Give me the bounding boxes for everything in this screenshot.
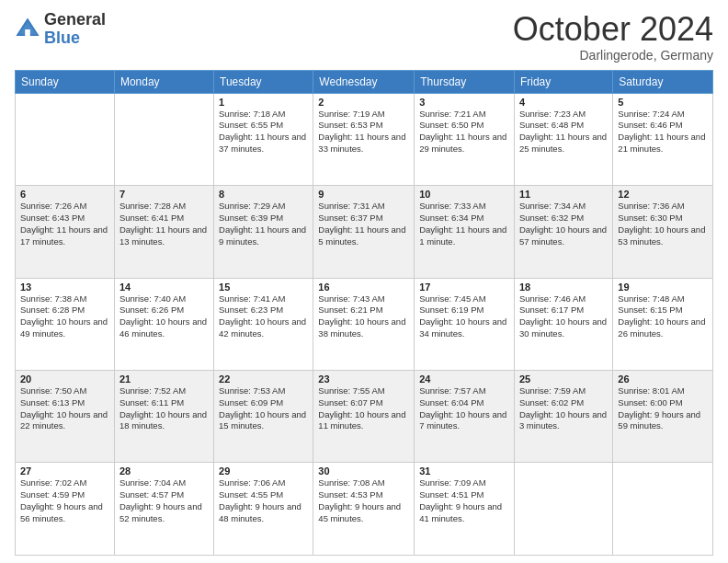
day-detail: Sunrise: 7:31 AM Sunset: 6:37 PM Dayligh… — [318, 201, 409, 247]
calendar-cell: 11Sunrise: 7:34 AM Sunset: 6:32 PM Dayli… — [514, 186, 612, 278]
day-number: 17 — [419, 282, 509, 293]
day-number: 7 — [119, 189, 209, 200]
calendar-cell: 1Sunrise: 7:18 AM Sunset: 6:55 PM Daylig… — [214, 93, 313, 185]
location: Darlingerode, Germany — [513, 48, 713, 63]
day-detail: Sunrise: 7:43 AM Sunset: 6:21 PM Dayligh… — [318, 293, 409, 340]
day-detail: Sunrise: 7:59 AM Sunset: 6:02 PM Dayligh… — [519, 385, 608, 432]
day-detail: Sunrise: 7:06 AM Sunset: 4:55 PM Dayligh… — [219, 477, 308, 524]
day-number: 9 — [318, 189, 409, 200]
day-detail: Sunrise: 7:40 AM Sunset: 6:26 PM Dayligh… — [119, 293, 209, 340]
day-number: 11 — [519, 189, 608, 200]
calendar-cell: 3Sunrise: 7:21 AM Sunset: 6:50 PM Daylig… — [415, 93, 515, 185]
day-detail: Sunrise: 7:29 AM Sunset: 6:39 PM Dayligh… — [219, 201, 308, 247]
header-row: Sunday Monday Tuesday Wednesday Thursday… — [16, 70, 713, 93]
day-detail: Sunrise: 7:48 AM Sunset: 6:15 PM Dayligh… — [618, 293, 708, 340]
calendar-cell: 4Sunrise: 7:23 AM Sunset: 6:48 PM Daylig… — [514, 93, 612, 185]
calendar-cell: 7Sunrise: 7:28 AM Sunset: 6:41 PM Daylig… — [114, 186, 213, 278]
day-number: 20 — [20, 373, 109, 385]
calendar-cell: 5Sunrise: 7:24 AM Sunset: 6:46 PM Daylig… — [613, 93, 713, 185]
calendar-week-4: 20Sunrise: 7:50 AM Sunset: 6:13 PM Dayli… — [16, 371, 713, 463]
day-number: 3 — [419, 97, 509, 108]
logo-icon — [15, 17, 40, 42]
col-tuesday: Tuesday — [214, 70, 313, 93]
calendar-cell: 12Sunrise: 7:36 AM Sunset: 6:30 PM Dayli… — [613, 186, 713, 278]
calendar-cell: 18Sunrise: 7:46 AM Sunset: 6:17 PM Dayli… — [514, 278, 612, 370]
day-detail: Sunrise: 7:09 AM Sunset: 4:51 PM Dayligh… — [419, 477, 509, 524]
col-wednesday: Wednesday — [313, 70, 415, 93]
svg-rect-2 — [25, 29, 30, 36]
calendar-cell: 26Sunrise: 8:01 AM Sunset: 6:00 PM Dayli… — [613, 371, 713, 463]
calendar-cell: 16Sunrise: 7:43 AM Sunset: 6:21 PM Dayli… — [313, 278, 415, 370]
logo: General Blue — [15, 11, 106, 48]
day-detail: Sunrise: 7:53 AM Sunset: 6:09 PM Dayligh… — [219, 385, 308, 432]
col-sunday: Sunday — [16, 70, 115, 93]
day-number: 28 — [119, 465, 209, 477]
col-thursday: Thursday — [415, 70, 515, 93]
day-detail: Sunrise: 7:26 AM Sunset: 6:43 PM Dayligh… — [20, 201, 109, 247]
day-number: 23 — [318, 373, 409, 385]
calendar-cell: 22Sunrise: 7:53 AM Sunset: 6:09 PM Dayli… — [214, 371, 313, 463]
day-number: 8 — [219, 189, 308, 200]
day-detail: Sunrise: 7:41 AM Sunset: 6:23 PM Dayligh… — [219, 293, 308, 340]
calendar-cell: 15Sunrise: 7:41 AM Sunset: 6:23 PM Dayli… — [214, 278, 313, 370]
col-friday: Friday — [514, 70, 612, 93]
calendar-cell: 8Sunrise: 7:29 AM Sunset: 6:39 PM Daylig… — [214, 186, 313, 278]
day-number: 26 — [618, 373, 708, 385]
day-number: 27 — [20, 465, 109, 477]
day-detail: Sunrise: 7:34 AM Sunset: 6:32 PM Dayligh… — [519, 201, 608, 247]
day-detail: Sunrise: 7:46 AM Sunset: 6:17 PM Dayligh… — [519, 293, 608, 340]
page: General Blue October 2024 Darlingerode, … — [0, 0, 728, 563]
day-detail: Sunrise: 7:04 AM Sunset: 4:57 PM Dayligh… — [119, 477, 209, 524]
day-detail: Sunrise: 8:01 AM Sunset: 6:00 PM Dayligh… — [618, 385, 708, 432]
title-block: October 2024 Darlingerode, Germany — [513, 11, 713, 63]
col-saturday: Saturday — [613, 70, 713, 93]
day-number: 13 — [20, 282, 109, 293]
calendar-cell: 17Sunrise: 7:45 AM Sunset: 6:19 PM Dayli… — [415, 278, 515, 370]
calendar-week-5: 27Sunrise: 7:02 AM Sunset: 4:59 PM Dayli… — [16, 463, 713, 556]
calendar-cell: 30Sunrise: 7:08 AM Sunset: 4:53 PM Dayli… — [313, 463, 415, 556]
day-detail: Sunrise: 7:50 AM Sunset: 6:13 PM Dayligh… — [20, 385, 109, 432]
day-detail: Sunrise: 7:19 AM Sunset: 6:53 PM Dayligh… — [318, 109, 409, 155]
day-number: 29 — [219, 465, 308, 477]
day-detail: Sunrise: 7:36 AM Sunset: 6:30 PM Dayligh… — [618, 201, 708, 247]
calendar-cell: 10Sunrise: 7:33 AM Sunset: 6:34 PM Dayli… — [415, 186, 515, 278]
day-detail: Sunrise: 7:57 AM Sunset: 6:04 PM Dayligh… — [419, 385, 509, 432]
day-detail: Sunrise: 7:08 AM Sunset: 4:53 PM Dayligh… — [318, 477, 409, 524]
day-detail: Sunrise: 7:33 AM Sunset: 6:34 PM Dayligh… — [419, 201, 509, 247]
day-number: 4 — [519, 97, 608, 108]
calendar-cell — [514, 463, 612, 556]
day-detail: Sunrise: 7:55 AM Sunset: 6:07 PM Dayligh… — [318, 385, 409, 432]
calendar-cell — [114, 93, 213, 185]
logo-blue: Blue — [44, 29, 106, 48]
day-number: 25 — [519, 373, 608, 385]
calendar-cell: 14Sunrise: 7:40 AM Sunset: 6:26 PM Dayli… — [114, 278, 213, 370]
day-detail: Sunrise: 7:18 AM Sunset: 6:55 PM Dayligh… — [219, 109, 308, 155]
month-title: October 2024 — [513, 11, 713, 48]
day-number: 14 — [119, 282, 209, 293]
logo-text: General Blue — [44, 11, 106, 48]
day-detail: Sunrise: 7:21 AM Sunset: 6:50 PM Dayligh… — [419, 109, 509, 155]
col-monday: Monday — [114, 70, 213, 93]
day-number: 5 — [618, 97, 708, 108]
day-detail: Sunrise: 7:24 AM Sunset: 6:46 PM Dayligh… — [618, 109, 708, 155]
day-number: 15 — [219, 282, 308, 293]
calendar-cell: 21Sunrise: 7:52 AM Sunset: 6:11 PM Dayli… — [114, 371, 213, 463]
day-number: 24 — [419, 373, 509, 385]
day-number: 18 — [519, 282, 608, 293]
calendar-cell: 13Sunrise: 7:38 AM Sunset: 6:28 PM Dayli… — [16, 278, 115, 370]
day-number: 6 — [20, 189, 109, 200]
day-number: 22 — [219, 373, 308, 385]
day-number: 30 — [318, 465, 409, 477]
calendar: Sunday Monday Tuesday Wednesday Thursday… — [15, 70, 713, 556]
day-number: 2 — [318, 97, 409, 108]
day-detail: Sunrise: 7:45 AM Sunset: 6:19 PM Dayligh… — [419, 293, 509, 340]
calendar-cell: 9Sunrise: 7:31 AM Sunset: 6:37 PM Daylig… — [313, 186, 415, 278]
calendar-cell: 25Sunrise: 7:59 AM Sunset: 6:02 PM Dayli… — [514, 371, 612, 463]
day-detail: Sunrise: 7:23 AM Sunset: 6:48 PM Dayligh… — [519, 109, 608, 155]
calendar-cell — [613, 463, 713, 556]
calendar-cell: 6Sunrise: 7:26 AM Sunset: 6:43 PM Daylig… — [16, 186, 115, 278]
header: General Blue October 2024 Darlingerode, … — [15, 11, 713, 63]
calendar-cell: 27Sunrise: 7:02 AM Sunset: 4:59 PM Dayli… — [16, 463, 115, 556]
calendar-cell: 31Sunrise: 7:09 AM Sunset: 4:51 PM Dayli… — [415, 463, 515, 556]
day-number: 1 — [219, 97, 308, 108]
